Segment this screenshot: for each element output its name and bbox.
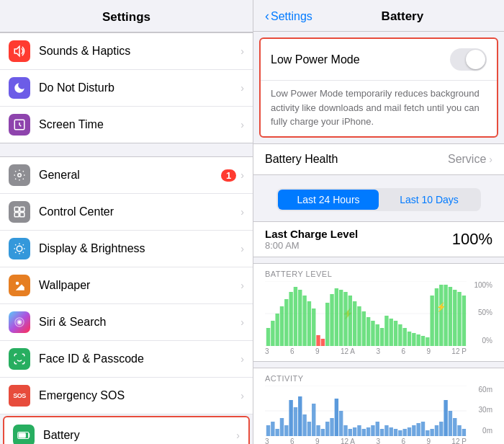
svg-rect-72 — [307, 422, 311, 436]
act-x-9a: 9 — [315, 438, 320, 445]
sounds-label: Sounds & Haptics — [39, 45, 240, 58]
display-icon — [9, 238, 30, 259]
battery-chart-section: BATTERY LEVEL — [253, 263, 504, 362]
sidebar-item-display[interactable]: Display & Brightness › — [0, 231, 253, 267]
battery-level-chart: ⚡ — [265, 281, 467, 346]
sidebar-item-controlcenter[interactable]: Control Center › — [0, 194, 253, 231]
back-button[interactable]: ‹ Settings — [265, 9, 312, 24]
svg-rect-69 — [294, 407, 297, 436]
svg-rect-97 — [421, 422, 425, 436]
siri-icon — [9, 311, 30, 333]
act-x-12p: 12 P — [451, 438, 467, 445]
svg-rect-84 — [362, 429, 366, 436]
general-label: General — [39, 169, 221, 182]
svg-point-6 — [17, 246, 22, 252]
sidebar-item-sos[interactable]: SOS Emergency SOS › — [0, 378, 253, 414]
svg-rect-104 — [453, 418, 456, 436]
activity-y-30m: 30m — [469, 406, 492, 414]
faceid-chevron: › — [240, 353, 244, 365]
toggle-knob — [466, 50, 485, 69]
svg-rect-66 — [280, 418, 284, 436]
general-icon — [9, 164, 30, 186]
svg-rect-88 — [380, 429, 384, 436]
sidebar-item-sounds[interactable]: Sounds & Haptics › — [0, 33, 253, 70]
section-divider — [0, 143, 253, 156]
svg-rect-91 — [394, 429, 397, 436]
svg-rect-70 — [298, 396, 302, 436]
svg-rect-68 — [289, 400, 292, 436]
activity-chart-label: ACTIVITY — [265, 374, 492, 383]
svg-rect-57 — [457, 292, 461, 346]
x-label-9a: 9 — [315, 347, 320, 355]
display-label: Display & Brightness — [39, 242, 240, 255]
battery-detail-panel: ‹ Settings Battery Low Power Mode Low Po… — [253, 0, 504, 444]
svg-rect-10 — [19, 433, 25, 438]
display-chevron: › — [240, 243, 244, 254]
svg-rect-15 — [271, 321, 274, 346]
act-x-9p: 9 — [426, 438, 431, 445]
tab-24hours[interactable]: Last 24 Hours — [278, 190, 379, 210]
battery-y-0: 0% — [469, 337, 492, 345]
svg-rect-48 — [416, 334, 420, 346]
sos-icon: SOS — [9, 385, 30, 407]
svg-rect-74 — [316, 425, 320, 436]
svg-rect-3 — [20, 207, 24, 211]
svg-rect-34 — [353, 301, 356, 346]
screentime-chevron: › — [240, 119, 244, 130]
tab-10days[interactable]: Last 10 Days — [379, 190, 480, 210]
svg-rect-19 — [289, 292, 292, 346]
sidebar-item-wallpaper[interactable]: Wallpaper › — [0, 267, 253, 304]
battery-title: Battery — [312, 9, 492, 24]
act-x-3a: 3 — [265, 438, 269, 445]
svg-rect-14 — [266, 328, 270, 346]
svg-point-1 — [18, 174, 22, 177]
x-label-6a: 6 — [290, 347, 294, 355]
low-power-row: Low Power Mode — [261, 39, 497, 81]
x-label-6p: 6 — [401, 347, 405, 355]
sidebar-item-battery[interactable]: Battery › — [3, 416, 250, 444]
act-x-12a: 12 A — [341, 438, 355, 445]
battery-label: Battery — [43, 429, 236, 442]
controlcenter-icon — [9, 201, 30, 223]
svg-rect-41 — [384, 316, 388, 346]
activity-chart-section: ACTIVITY — [253, 368, 504, 445]
svg-rect-45 — [402, 328, 406, 346]
charge-level-percent: 100% — [452, 230, 492, 249]
svg-text:⚡: ⚡ — [436, 301, 446, 312]
sidebar-item-faceid[interactable]: Face ID & Passcode › — [0, 341, 253, 378]
time-tabs-container: Last 24 Hours Last 10 Days — [253, 175, 504, 221]
svg-rect-32 — [343, 292, 347, 346]
low-power-toggle[interactable] — [450, 48, 487, 71]
sidebar-item-screentime[interactable]: Screen Time › — [0, 107, 253, 143]
back-label: Settings — [271, 10, 312, 23]
svg-rect-52 — [435, 288, 438, 346]
battery-health-chevron: › — [489, 154, 492, 165]
activity-x-labels: 3 6 9 12 A 3 6 9 12 P — [265, 436, 467, 445]
svg-rect-26 — [321, 339, 325, 346]
dnd-label: Do Not Disturb — [39, 81, 240, 94]
screentime-label: Screen Time — [39, 118, 240, 131]
svg-rect-2 — [14, 207, 19, 211]
charge-info-row: Last Charge Level 8:00 AM 100% — [253, 221, 504, 257]
sidebar-item-siri[interactable]: Siri & Search › — [0, 304, 253, 341]
act-x-3p: 3 — [376, 438, 380, 445]
battery-y-100: 100% — [469, 281, 492, 289]
activity-y-0m: 0m — [469, 427, 492, 435]
svg-rect-105 — [457, 425, 461, 436]
svg-rect-87 — [376, 422, 379, 436]
svg-rect-77 — [330, 418, 333, 436]
svg-rect-51 — [430, 296, 433, 346]
svg-rect-96 — [416, 423, 420, 436]
svg-rect-54 — [444, 285, 447, 346]
svg-rect-56 — [453, 290, 456, 346]
battery-health-row[interactable]: Battery Health Service › — [253, 143, 504, 175]
siri-chevron: › — [240, 316, 244, 328]
svg-rect-99 — [430, 429, 433, 436]
svg-rect-49 — [421, 336, 425, 346]
sidebar-item-general[interactable]: General 1 › — [0, 157, 253, 194]
svg-rect-47 — [412, 333, 415, 346]
svg-rect-5 — [20, 213, 24, 217]
sidebar-item-dnd[interactable]: Do Not Disturb › — [0, 70, 253, 107]
svg-rect-81 — [348, 429, 352, 436]
battery-x-labels: 3 6 9 12 A 3 6 9 12 P — [265, 346, 467, 358]
